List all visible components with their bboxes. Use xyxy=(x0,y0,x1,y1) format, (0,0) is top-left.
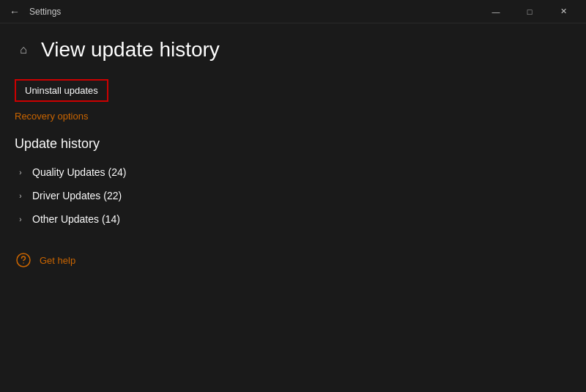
update-history-section: Update history › Quality Updates (24) › … xyxy=(15,136,571,231)
main-content: ⌂ View update history Uninstall updates … xyxy=(0,23,586,284)
other-updates-label: Other Updates (14) xyxy=(32,213,120,225)
title-bar: ← Settings — □ ✕ xyxy=(0,0,586,23)
home-icon[interactable]: ⌂ xyxy=(15,41,32,59)
driver-updates-label: Driver Updates (22) xyxy=(32,190,122,201)
driver-updates-chevron-icon: › xyxy=(15,190,26,201)
maximize-button[interactable]: □ xyxy=(513,0,546,23)
svg-point-1 xyxy=(23,262,24,264)
quality-updates-item[interactable]: › Quality Updates (24) xyxy=(15,160,571,184)
quality-updates-chevron-icon: › xyxy=(15,166,26,178)
quality-updates-label: Quality Updates (24) xyxy=(32,166,126,178)
recovery-options-link[interactable]: Recovery options xyxy=(15,111,571,122)
other-updates-item[interactable]: › Other Updates (14) xyxy=(15,207,571,231)
help-icon xyxy=(15,251,32,269)
close-button[interactable]: ✕ xyxy=(546,0,580,23)
back-icon: ← xyxy=(10,6,20,18)
update-history-title: Update history xyxy=(15,136,571,152)
back-button[interactable]: ← xyxy=(6,3,23,21)
title-bar-controls: — □ ✕ xyxy=(479,0,580,23)
driver-updates-item[interactable]: › Driver Updates (22) xyxy=(15,184,571,207)
get-help-section[interactable]: Get help xyxy=(15,251,571,269)
uninstall-updates-button[interactable]: Uninstall updates xyxy=(15,79,108,102)
title-bar-left: ← Settings xyxy=(6,3,61,21)
page-title: View update history xyxy=(41,38,220,62)
minimize-button[interactable]: — xyxy=(479,0,513,23)
other-updates-chevron-icon: › xyxy=(15,213,26,225)
title-bar-title: Settings xyxy=(29,7,61,17)
page-header: ⌂ View update history xyxy=(15,38,571,62)
get-help-label[interactable]: Get help xyxy=(40,255,75,266)
